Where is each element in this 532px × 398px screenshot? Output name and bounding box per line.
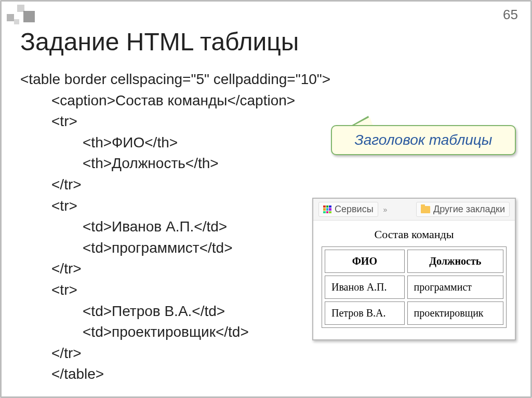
table-row: Иванов А.П. программист — [325, 276, 503, 299]
browser-body: Состав команды ФИО Должность Иванов А.П.… — [313, 221, 515, 339]
code-line: <td>программист</td> — [20, 238, 330, 259]
code-line: </tr> — [20, 258, 330, 280]
html-code-block: <table border cellspacing="5" cellpaddin… — [20, 69, 330, 385]
table-cell: Петров В.А. — [325, 301, 405, 325]
more-chevron[interactable]: » — [381, 205, 390, 214]
table-cell: проектировщик — [407, 301, 503, 325]
table-header: Должность — [407, 250, 503, 273]
services-label: Сервисы — [335, 204, 374, 215]
callout-box: Заголовок таблицы — [331, 125, 516, 155]
rendered-table: ФИО Должность Иванов А.П. программист Пе… — [322, 246, 507, 328]
table-cell: программист — [407, 276, 503, 299]
code-line: <td>проектировщик</td> — [20, 322, 330, 343]
folder-icon — [421, 206, 430, 213]
table-header: ФИО — [325, 250, 405, 273]
code-line: </table> — [20, 364, 330, 385]
table-row: Петров В.А. проектировщик — [325, 301, 503, 325]
code-line: </tr> — [20, 343, 330, 364]
code-line: <td>Иванов А.П.</td> — [20, 216, 330, 238]
code-line: <tr> — [20, 111, 330, 132]
services-button[interactable]: Сервисы — [318, 202, 378, 217]
code-line: <td>Петров В.А.</td> — [20, 301, 330, 322]
table-caption: Состав команды — [322, 228, 507, 241]
code-line: <table border cellspacing="5" cellpaddin… — [20, 71, 330, 87]
code-line: <tr> — [20, 196, 330, 217]
code-line: <caption>Состав команды</caption> — [20, 90, 330, 112]
callout-text: Заголовок таблицы — [355, 132, 493, 148]
code-line: <tr> — [20, 280, 330, 301]
code-line: <th>Должность</th> — [20, 153, 330, 174]
code-line: </tr> — [20, 174, 330, 196]
bookmarks-button[interactable]: Другие закладки — [416, 202, 510, 217]
table-cell: Иванов А.П. — [325, 276, 405, 299]
bookmarks-label: Другие закладки — [433, 204, 505, 215]
browser-preview: Сервисы » Другие закладки Состав команды… — [312, 198, 516, 340]
slide-title: Задание HTML таблицы — [20, 28, 299, 56]
apps-icon — [323, 205, 331, 214]
slide-corner-decoration — [2, 2, 43, 26]
table-row: ФИО Должность — [325, 250, 503, 273]
browser-toolbar: Сервисы » Другие закладки — [313, 199, 515, 221]
page-number: 65 — [503, 7, 518, 23]
code-line: <th>ФИО</th> — [20, 132, 330, 154]
